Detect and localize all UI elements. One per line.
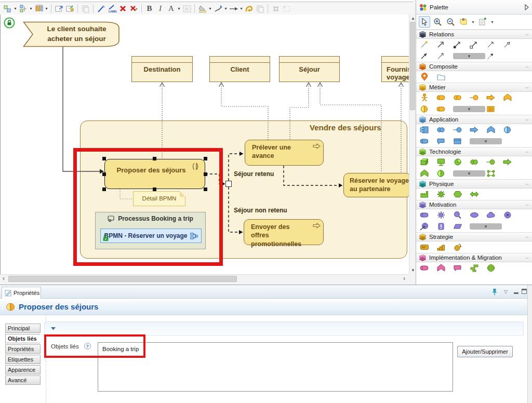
palette-section-technologie[interactable]: Technologie⇔	[416, 147, 532, 156]
pin-icon[interactable]: ⇔	[525, 149, 529, 154]
zoom-out-tool[interactable]	[445, 16, 456, 28]
maximize-icon[interactable]	[522, 289, 527, 294]
palette-item-gear[interactable]	[436, 190, 453, 198]
palette-item-folder[interactable]	[436, 73, 453, 81]
diagram-canvas[interactable]: Le client souhaite acheter un séjour Des…	[0, 15, 409, 274]
palette-item-minibars[interactable]	[470, 264, 486, 272]
palette-item-splitcircle[interactable]	[503, 126, 520, 134]
palette-item-circleline[interactable]	[453, 126, 470, 134]
distribute-icon[interactable]	[33, 4, 44, 14]
process-envoyer[interactable]: Envoyer des offres promotionnelles	[244, 219, 324, 245]
palette-item-rel-sqfill[interactable]	[453, 41, 470, 49]
palette-item-parallelogram[interactable]	[453, 222, 470, 231]
palette-item-pill[interactable]	[420, 211, 436, 219]
process-prelever[interactable]: Prélever une avance	[245, 140, 324, 166]
event-banner[interactable]: Le client souhaite acheter un séjour	[23, 21, 120, 47]
menu-icon[interactable]: ▽	[504, 289, 508, 294]
palette-item-pin[interactable]	[420, 73, 436, 81]
palette-scroll-overlay[interactable]: ▼	[470, 223, 502, 230]
palette-item-dblcircle[interactable]	[453, 93, 470, 102]
palette-item-lasso[interactable]	[453, 243, 470, 251]
palette-item-pill[interactable]	[436, 105, 453, 113]
canvas-vscrollbar[interactable]: ▲ ▼	[409, 15, 416, 274]
pin-icon[interactable]: ⇔	[525, 85, 529, 90]
pin-icon[interactable]: ⇔	[525, 255, 529, 260]
palette-item-pill[interactable]	[420, 137, 436, 145]
object-sejour[interactable]: Séjour	[279, 56, 340, 82]
pin-icon[interactable]: ⇔	[525, 64, 529, 69]
palette-item-actor[interactable]	[420, 93, 436, 102]
palette-item-splitcircle[interactable]	[420, 105, 436, 113]
palette-section-strategie[interactable]: Strategie⇔	[416, 232, 532, 241]
canvas-hscrollbar[interactable]: ‹ ›	[0, 274, 409, 283]
palette-item-layeredrect[interactable]	[453, 137, 470, 145]
select-cursor-tool[interactable]	[419, 16, 430, 28]
palette-item-circle3q[interactable]	[453, 158, 470, 166]
palette-item-dblcircle[interactable]	[436, 126, 453, 134]
palette-item-cloud[interactable]	[486, 211, 503, 219]
delete-cross-brush-icon[interactable]	[128, 4, 139, 14]
palette-item-dblcircle[interactable]	[470, 158, 486, 166]
palette-section-physique[interactable]: Physique⇔	[416, 179, 532, 189]
palette-section-relations[interactable]: Relations⇔	[416, 30, 532, 39]
palette-item-arrow[interactable]	[486, 93, 503, 102]
palette-item-chevron[interactable]	[436, 264, 453, 272]
palette-item-monitor[interactable]	[436, 158, 453, 166]
bold-button[interactable]: B	[144, 4, 155, 14]
palette-scroll-overlay[interactable]: ▼	[453, 106, 485, 112]
palette-item-rel-thin[interactable]	[486, 41, 503, 49]
palette-item-hlines[interactable]	[486, 105, 503, 113]
derive-relation-icon[interactable]	[244, 4, 255, 14]
palette-item-pill[interactable]	[420, 264, 436, 272]
palette-item-chevron[interactable]	[503, 93, 520, 102]
palette-section-m-tier[interactable]: Métier⇔	[416, 83, 532, 92]
palette-item-chevron[interactable]	[420, 169, 436, 178]
pin-icon[interactable]	[491, 288, 498, 296]
props-tab-objets-li-s[interactable]: Objets liés	[5, 334, 41, 343]
new-view-pin-icon[interactable]	[64, 4, 75, 14]
palette-scroll-overlay[interactable]: ▼	[453, 53, 485, 59]
palette-item-rel-dash[interactable]	[486, 52, 503, 60]
collapse-twisty-icon[interactable]	[51, 327, 56, 330]
palette-item-arrow[interactable]	[503, 158, 520, 166]
palette-item-network[interactable]	[486, 169, 503, 178]
object-client[interactable]: Client	[209, 56, 270, 82]
palette-scroll-overlay[interactable]: ▼	[453, 170, 485, 177]
palette-item-sphere[interactable]	[486, 264, 503, 272]
palette-item-dblarrow[interactable]	[470, 190, 486, 198]
palette-item-dart[interactable]	[420, 222, 436, 231]
fill-color-icon[interactable]	[197, 4, 208, 14]
pen-diagonal-icon[interactable]	[96, 4, 107, 14]
palette-item-pill[interactable]	[436, 93, 453, 102]
italic-button[interactable]: I	[155, 4, 166, 14]
palette-item-rel-thin[interactable]	[436, 52, 453, 60]
arrow-style-icon[interactable]	[228, 4, 239, 14]
palette-item-rel-open[interactable]	[436, 41, 453, 49]
align-icon[interactable]	[18, 4, 29, 14]
props-tab-apparence[interactable]: Apparence	[5, 365, 41, 374]
pin-icon[interactable]: ⇔	[525, 202, 529, 207]
palette-item-box3d[interactable]	[420, 158, 436, 166]
line-style-icon[interactable]	[212, 4, 223, 14]
palette-item-sun[interactable]	[436, 211, 453, 219]
palette-item-hexagon[interactable]	[453, 190, 470, 198]
new-view-icon[interactable]	[54, 4, 64, 14]
palette-item-ellipse[interactable]	[470, 211, 486, 219]
font-button[interactable]: A	[166, 4, 177, 14]
pin-icon[interactable]: ⇔	[525, 181, 529, 186]
palette-scroll-overlay[interactable]: ▼	[470, 138, 502, 144]
layout-squares-icon[interactable]	[2, 4, 13, 14]
palette-item-rel-magic[interactable]	[420, 41, 436, 49]
palette-item-circleline[interactable]	[470, 93, 486, 102]
palette-item-rel-sqopen[interactable]	[470, 41, 486, 49]
pin-icon[interactable]: ⇔	[525, 32, 529, 37]
props-tab-avanc-[interactable]: Avancé	[5, 375, 41, 385]
palette-header[interactable]: Palette	[416, 0, 532, 15]
new-element-tool[interactable]	[477, 16, 488, 28]
props-scrollbar[interactable]	[527, 285, 532, 403]
collapse-arrow-icon[interactable]	[525, 4, 529, 10]
palette-item-resource[interactable]	[420, 243, 436, 251]
palette-item-bubble[interactable]	[436, 137, 453, 145]
linked-objects-list[interactable]: Booking a trip	[98, 342, 453, 392]
palette-item-steps[interactable]	[436, 243, 453, 251]
